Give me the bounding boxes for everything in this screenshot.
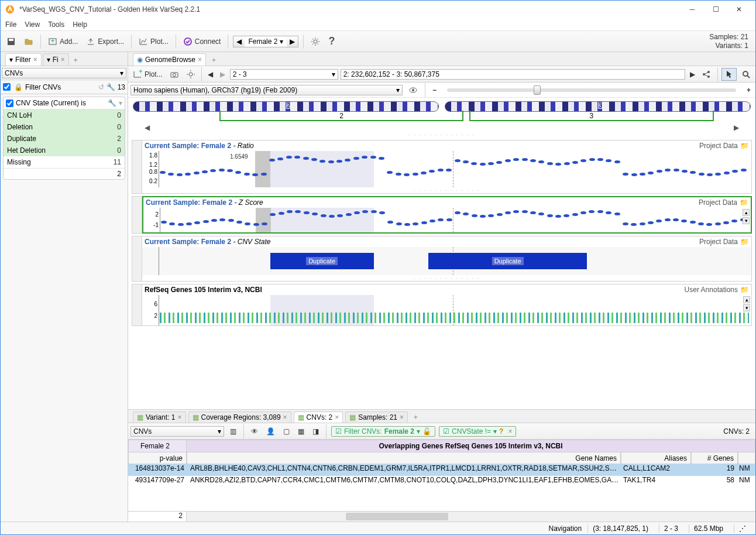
nav-back-button[interactable]: ◀: [205, 69, 215, 80]
folder-icon[interactable]: 📁: [740, 286, 749, 294]
table-mode-dropdown[interactable]: CNVs▾: [130, 426, 224, 437]
tab-filter[interactable]: ▾Filter×: [5, 53, 42, 66]
eye-icon[interactable]: 👁: [249, 426, 260, 437]
resize-grip-icon[interactable]: ⋰: [734, 524, 751, 533]
scroll-down-button[interactable]: ▾: [743, 304, 750, 311]
split-icon[interactable]: ◨: [310, 426, 321, 437]
nav-fwd-button[interactable]: ▶: [218, 69, 228, 80]
minimize-button[interactable]: ─: [681, 1, 704, 18]
filter-chip[interactable]: ☑Filter CNVs: Female 2▾🔓: [331, 426, 435, 437]
columns-icon[interactable]: ▥: [228, 426, 239, 437]
cnv-call[interactable]: Duplicate: [428, 253, 587, 269]
group-checkbox[interactable]: [6, 100, 13, 107]
filter-enable-checkbox[interactable]: [3, 83, 11, 91]
folder-icon[interactable]: 📁: [740, 198, 748, 207]
col-ngenes[interactable]: # Genes: [691, 452, 738, 464]
resize-handle[interactable]: · · · · · · · · · · · · ·: [142, 187, 751, 193]
eye-icon[interactable]: [406, 84, 420, 96]
scroll-down-button[interactable]: ▾: [743, 217, 750, 224]
close-icon[interactable]: ×: [61, 56, 65, 64]
close-icon[interactable]: ×: [198, 56, 202, 64]
close-icon[interactable]: ×: [335, 413, 339, 421]
folder-icon[interactable]: 📁: [740, 142, 749, 150]
tab-coverage[interactable]: ▦Coverage Regions: 3,089×: [188, 411, 291, 423]
filter-row[interactable]: CN LoH0: [4, 109, 125, 121]
close-button[interactable]: ✕: [727, 1, 751, 18]
filter-chip[interactable]: ☑CNVState != ▾?×: [439, 426, 516, 437]
sample-header[interactable]: Female 2: [128, 440, 187, 452]
filter-row[interactable]: Missing11: [4, 156, 125, 168]
rect-icon[interactable]: ▢: [281, 426, 292, 437]
scroll-left-button[interactable]: ◀: [145, 124, 150, 132]
search-icon[interactable]: [739, 68, 753, 80]
tab-genomebrowse[interactable]: ◉GenomeBrowse×: [133, 53, 206, 66]
resize-handle[interactable]: · · · · · · · · · · · · ·: [133, 132, 751, 138]
gb-plot-button[interactable]: +Plot...: [130, 68, 165, 80]
undo-icon[interactable]: ↺: [98, 83, 104, 91]
menu-help[interactable]: Help: [73, 20, 87, 29]
gear-icon[interactable]: [308, 36, 322, 47]
scroll-up-button[interactable]: ▴: [743, 296, 750, 303]
tab-samples[interactable]: ▦Samples: 21×: [345, 411, 408, 423]
gene-density[interactable]: [160, 313, 749, 323]
lock-icon[interactable]: 🔒: [14, 83, 23, 91]
wrench-icon[interactable]: 🔧: [106, 83, 115, 91]
tab-fi[interactable]: ▾Fi×: [43, 53, 69, 66]
close-icon[interactable]: ×: [400, 413, 404, 421]
maximize-button[interactable]: ☐: [704, 1, 727, 18]
menu-tools[interactable]: Tools: [48, 20, 64, 29]
export-button[interactable]: Export...: [84, 36, 126, 47]
add-button[interactable]: +Add...: [46, 36, 80, 47]
col-aliases[interactable]: Aliases: [621, 452, 691, 464]
cnv-call[interactable]: Duplicate: [270, 253, 374, 269]
menu-view[interactable]: View: [25, 20, 40, 29]
tab-variant[interactable]: ▦Variant: 1×: [133, 411, 186, 423]
zoom-slider[interactable]: [447, 88, 736, 92]
folder-icon[interactable]: 📁: [740, 238, 749, 246]
next-sample-button[interactable]: ▶: [287, 36, 298, 47]
region-dropdown[interactable]: 2 - 3▾: [230, 69, 338, 80]
grid-add-icon[interactable]: ▦: [295, 426, 307, 437]
filter-mode-dropdown[interactable]: CNVs▾: [2, 68, 126, 78]
region-input[interactable]: [341, 69, 685, 80]
chevron-down-icon[interactable]: ▾: [119, 99, 122, 107]
zoom-out-button[interactable]: −: [430, 85, 439, 95]
resize-handle[interactable]: · · · · · · · · · · · · ·: [142, 275, 751, 281]
filter-row[interactable]: Het Deletion0: [4, 145, 125, 156]
go-button[interactable]: ▶: [688, 69, 697, 80]
group-header[interactable]: Overlapping Genes RefSeq Genes 105 Inter…: [187, 440, 755, 452]
tab-cnvs[interactable]: ▦CNVs: 2×: [294, 411, 343, 423]
filter-row[interactable]: Duplicate2: [4, 133, 125, 145]
save-icon[interactable]: [4, 36, 18, 47]
connect-button[interactable]: Connect: [181, 36, 224, 47]
filter-row[interactable]: Deletion0: [4, 121, 125, 133]
table-row[interactable]: 493147709e-27ANKRD28,AZI2,BTD,CAPN7,CCR4…: [128, 476, 755, 488]
camera-icon[interactable]: [167, 68, 181, 80]
share-icon[interactable]: [700, 68, 714, 80]
menu-file[interactable]: File: [5, 20, 16, 29]
open-icon[interactable]: [22, 36, 36, 47]
add-tab-button[interactable]: +: [208, 55, 219, 66]
hscrollbar[interactable]: [187, 512, 755, 522]
scroll-right-button[interactable]: ▶: [734, 124, 739, 132]
col-pvalue[interactable]: p-value: [128, 452, 187, 464]
col-genes[interactable]: Gene Names: [187, 452, 621, 464]
wrench-icon[interactable]: 🔧: [108, 99, 116, 107]
pointer-icon[interactable]: [721, 68, 737, 81]
close-icon[interactable]: ×: [33, 56, 37, 64]
close-icon[interactable]: ×: [177, 413, 181, 421]
close-icon[interactable]: ×: [508, 427, 512, 435]
gear-icon[interactable]: [184, 68, 198, 80]
sample-selector[interactable]: ◀ Female 2▾ ▶: [233, 36, 298, 47]
genome-dropdown[interactable]: Homo sapiens (Human), GRCh37 (hg19) (Feb…: [130, 85, 403, 95]
close-icon[interactable]: ×: [283, 413, 287, 421]
person-icon[interactable]: 👤: [264, 426, 277, 437]
prev-sample-button[interactable]: ◀: [233, 36, 245, 47]
add-tab-button[interactable]: +: [410, 412, 421, 423]
plot-button[interactable]: Plot...: [136, 36, 171, 47]
table-row[interactable]: 164813037e-14ARL8B,BHLHE40,CAV3,CHL1,CNT…: [128, 464, 755, 476]
help-icon[interactable]: ?: [326, 34, 337, 49]
add-tab-button[interactable]: +: [70, 55, 81, 66]
zoom-in-button[interactable]: +: [744, 85, 753, 95]
scroll-up-button[interactable]: ▴: [743, 209, 750, 216]
